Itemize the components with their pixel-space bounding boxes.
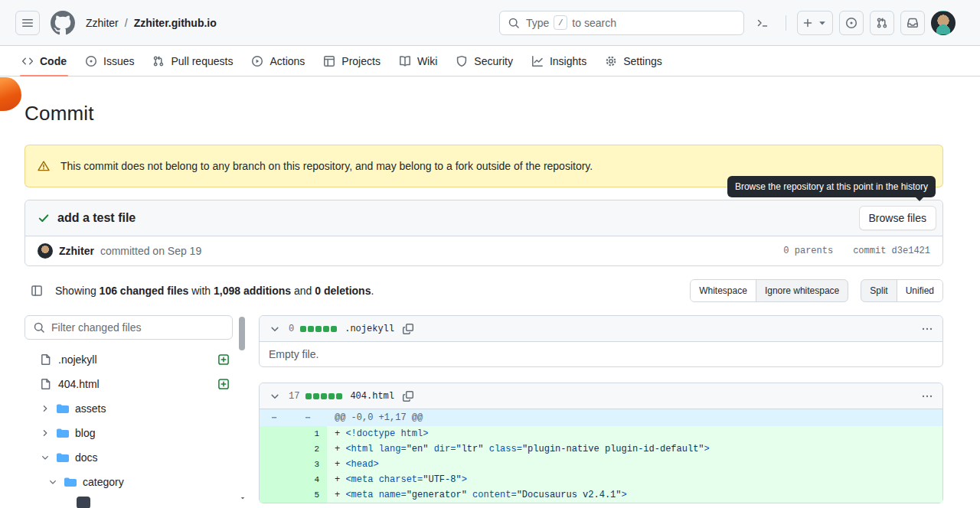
caret-down-icon	[816, 17, 828, 29]
split-button[interactable]: Split	[861, 280, 896, 301]
diff-line-code: + <!doctype html>	[327, 426, 942, 441]
diff-line: 2+ <html lang="en" dir="ltr" class="plug…	[260, 441, 942, 457]
commit-title: add a test file	[57, 211, 851, 225]
browse-files-button[interactable]: Browse files	[859, 206, 936, 230]
commit-meta: Zzhiter committed on Sep 19 0 parents co…	[25, 236, 942, 265]
user-avatar[interactable]	[931, 11, 956, 35]
folder-icon	[57, 427, 69, 439]
tree-item-label: 404.html	[58, 378, 100, 390]
tree-item-docs[interactable]: docs	[24, 445, 233, 470]
new-line-number[interactable]: 2	[293, 441, 327, 457]
github-commit-page: Zzhiter / Zzhiter.github.io Type / to se…	[0, 0, 980, 503]
old-line-number[interactable]	[260, 441, 293, 457]
file-options-button[interactable]	[920, 389, 935, 404]
issue-opened-icon	[85, 55, 97, 67]
tab-settings[interactable]: Settings	[599, 46, 668, 76]
command-palette-button[interactable]	[750, 11, 775, 35]
new-line-number[interactable]: 5	[293, 487, 327, 503]
diff-line: 3+ <head>	[260, 457, 942, 472]
tab-issues[interactable]: Issues	[79, 46, 140, 76]
file-icon	[77, 497, 90, 508]
file-tree-toggle-button[interactable]	[24, 278, 49, 303]
header-divider	[786, 15, 786, 31]
filter-files-input[interactable]	[51, 321, 224, 334]
commit-sha[interactable]: d3e1421	[892, 246, 930, 256]
commit-date: committed on Sep 19	[100, 245, 201, 257]
github-mark-icon	[51, 11, 75, 35]
pull-requests-button[interactable]	[870, 11, 894, 35]
scrollbar-down-button[interactable]	[238, 494, 247, 502]
tab-label: Security	[474, 55, 513, 67]
committer-avatar[interactable]	[38, 243, 53, 259]
tab-projects[interactable]: Projects	[317, 46, 387, 76]
breadcrumb: Zzhiter / Zzhiter.github.io	[86, 17, 217, 29]
unified-button[interactable]: Unified	[897, 280, 942, 301]
copy-path-button[interactable]	[400, 321, 416, 337]
committer-name[interactable]: Zzhiter	[59, 245, 94, 257]
tab-actions[interactable]: Actions	[245, 46, 311, 76]
page-title: Commit	[24, 77, 943, 145]
commit-parents: 0 parents	[783, 246, 833, 256]
changed-lines-count: 0	[289, 324, 294, 334]
inbox-icon	[906, 17, 919, 29]
expand-hunk-button[interactable]: ⋯	[293, 409, 327, 426]
tree-item-label: category	[83, 476, 124, 488]
chevron-down-icon	[269, 390, 281, 402]
commit-label: commit	[853, 246, 886, 256]
sidebar-icon	[31, 285, 43, 297]
diff-line-code: + <meta name="generator" content="Docusa…	[327, 487, 942, 503]
breadcrumb-repo-link[interactable]: Zzhiter.github.io	[134, 17, 217, 29]
tree-item-.nojekyll[interactable]: .nojekyll	[24, 347, 233, 372]
tab-pull-requests[interactable]: Pull requests	[146, 46, 239, 76]
diff-panels: 0 .nojekyll Empty file. 17 404.html ⋯⋯@@…	[259, 315, 943, 503]
gear-icon	[605, 55, 617, 67]
notifications-button[interactable]	[900, 11, 925, 35]
old-line-number[interactable]	[260, 472, 293, 487]
tab-code[interactable]: Code	[15, 46, 73, 76]
tab-label: Settings	[623, 55, 662, 67]
old-line-number[interactable]	[260, 457, 293, 472]
new-line-number[interactable]: 1	[293, 426, 327, 441]
expand-hunk-button[interactable]: ⋯	[260, 409, 293, 426]
diff-filename[interactable]: 404.html	[350, 391, 394, 402]
sidebar-scrollbar[interactable]	[238, 315, 247, 503]
global-search-input[interactable]: Type / to search	[499, 11, 744, 35]
diff-code: ⋯⋯@@ -0,0 +1,17 @@1+ <!doctype html>2+ <…	[260, 409, 942, 503]
new-line-number[interactable]: 3	[293, 457, 327, 472]
diff-panel-.nojekyll: 0 .nojekyll Empty file.	[259, 315, 943, 367]
tab-label: Code	[40, 55, 67, 67]
tab-insights[interactable]: Insights	[525, 46, 593, 76]
whitespace-button[interactable]: Whitespace	[691, 280, 756, 301]
folder-icon	[57, 402, 69, 415]
tab-wiki[interactable]: Wiki	[393, 46, 443, 76]
tree-item-partial[interactable]	[24, 494, 233, 508]
issues-button[interactable]	[839, 11, 864, 35]
old-line-number[interactable]	[260, 426, 293, 441]
collapse-file-button[interactable]	[267, 389, 283, 404]
old-line-number[interactable]	[260, 487, 293, 503]
diff-filename[interactable]: .nojekyll	[345, 324, 394, 334]
new-line-number[interactable]: 4	[293, 472, 327, 487]
tree-item-blog[interactable]: blog	[24, 421, 233, 445]
tab-security[interactable]: Security	[449, 46, 519, 76]
tree-item-category[interactable]: category	[24, 470, 233, 494]
chevron-down-icon	[269, 323, 281, 335]
file-options-button[interactable]	[920, 321, 935, 337]
create-new-button[interactable]	[797, 11, 833, 35]
commit-meta-right: 0 parents commit d3e1421	[783, 246, 930, 256]
github-logo[interactable]	[51, 11, 75, 35]
ignore-whitespace-button[interactable]: Ignore whitespace	[756, 280, 848, 301]
tree-item-assets[interactable]: assets	[24, 396, 233, 421]
empty-file-message: Empty file.	[260, 342, 942, 366]
hamburger-menu-button[interactable]	[15, 11, 40, 35]
tree-item-label: .nojekyll	[58, 353, 97, 366]
kebab-icon	[921, 323, 933, 335]
chevron-right-icon	[40, 403, 51, 414]
copy-path-button[interactable]	[400, 389, 416, 404]
tree-item-label: docs	[75, 451, 98, 464]
breadcrumb-owner-link[interactable]: Zzhiter	[86, 17, 119, 29]
collapse-file-button[interactable]	[267, 321, 283, 337]
tree-item-404.html[interactable]: 404.html	[24, 372, 233, 396]
diff-panel-404.html: 17 404.html ⋯⋯@@ -0,0 +1,17 @@1+ <!docty…	[259, 383, 943, 503]
scrollbar-thumb[interactable]	[239, 317, 245, 350]
